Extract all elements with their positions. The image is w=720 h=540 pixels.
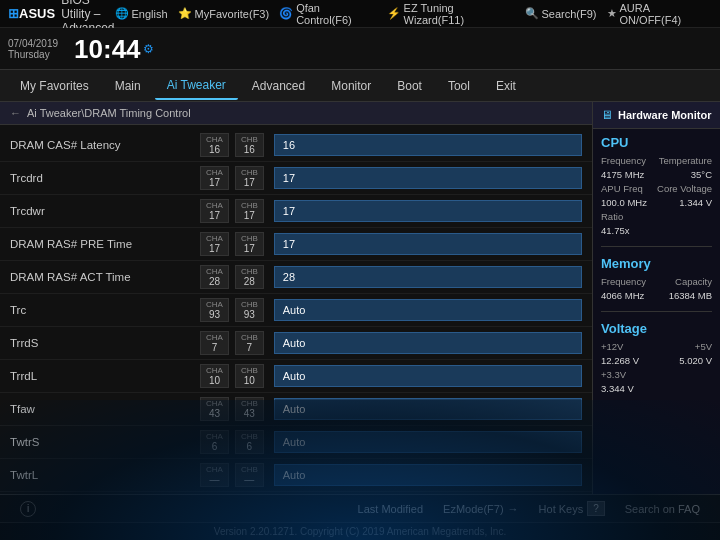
chb-label: CHB [241,333,258,342]
timing-value[interactable]: Auto [274,299,582,321]
cpu-apufreq-value-row: 100.0 MHz 1.344 V [601,197,712,208]
timing-name: Trcdwr [10,205,200,217]
chb-value: 28 [244,276,255,287]
nav-boot[interactable]: Boot [385,73,434,99]
timing-value[interactable]: Auto [274,332,582,354]
cpu-divider [601,246,712,247]
cha-label: CHA [206,300,223,309]
mem-frequency-row: Frequency Capacity [601,276,712,287]
channel-boxes: CHA17CHB17 [200,199,264,223]
nav-main[interactable]: Main [103,73,153,99]
chb-label: CHB [241,234,258,243]
cha-value: 93 [209,309,220,320]
table-row[interactable]: TrcCHA93CHB93Auto [0,294,592,327]
nav-exit[interactable]: Exit [484,73,528,99]
nav-tool[interactable]: Tool [436,73,482,99]
chb-label: CHB [241,135,258,144]
time-display: 10:44 ⚙ [74,36,154,62]
table-row[interactable]: TrcdrdCHA17CHB1717 [0,162,592,195]
cha-value: 17 [209,243,220,254]
channel-b-box: CHB28 [235,265,264,289]
chb-value: 17 [244,243,255,254]
volt-33-row: +3.3V [601,369,712,380]
cha-label: CHA [206,168,223,177]
datetime-display: 07/04/2019 Thursday [8,38,58,60]
time-gear-icon[interactable]: ⚙ [143,42,154,56]
table-row[interactable]: DRAM CAS# LatencyCHA16CHB1616 [0,129,592,162]
search-icon: 🔍 [525,7,539,20]
nav-favorites[interactable]: My Favorites [8,73,101,99]
cha-label: CHA [206,333,223,342]
english-selector[interactable]: 🌐 English [115,7,168,20]
table-row[interactable]: TrrdLCHA10CHB10Auto [0,360,592,393]
back-arrow-icon[interactable]: ← [10,107,21,119]
nav-aitweaker[interactable]: Ai Tweaker [155,72,238,100]
timing-value[interactable]: 28 [274,266,582,288]
table-row[interactable]: TrrdSCHA7CHB7Auto [0,327,592,360]
cha-label: CHA [206,201,223,210]
qfan-btn[interactable]: 🌀 Qfan Control(F6) [279,2,376,26]
volt-33-value-row: 3.344 V [601,383,712,394]
channel-boxes: CHA28CHB28 [200,265,264,289]
fan-icon: 🌀 [279,7,293,20]
memory-section-title: Memory [601,256,712,271]
asus-logo: ⊞ASUS [8,6,55,21]
timing-value[interactable]: Auto [274,365,582,387]
chb-value: 16 [244,144,255,155]
top-bar: ⊞ASUS UEFI BIOS Utility – Advanced Mode … [0,0,720,28]
top-bar-icons: 🌐 English ⭐ MyFavorite(F3) 🌀 Qfan Contro… [115,2,713,26]
eztuning-btn[interactable]: ⚡ EZ Tuning Wizard(F11) [387,2,515,26]
volt-12-value-row: 12.268 V 5.020 V [601,355,712,366]
channel-b-box: CHB10 [235,364,264,388]
memory-section: Memory Frequency Capacity 4066 MHz 16384… [593,250,720,308]
cha-value: 28 [209,276,220,287]
channel-a-box: CHA28 [200,265,229,289]
table-row[interactable]: DRAM RAS# PRE TimeCHA17CHB1717 [0,228,592,261]
cha-value: 17 [209,210,220,221]
cpu-section: CPU Frequency Temperature 4175 MHz 35°C … [593,129,720,243]
channel-boxes: CHA93CHB93 [200,298,264,322]
cha-value: 17 [209,177,220,188]
datetime-bar: 07/04/2019 Thursday 10:44 ⚙ [0,28,720,70]
timing-name: DRAM CAS# Latency [10,139,200,151]
channel-b-box: CHB17 [235,199,264,223]
cpu-frequency-value-row: 4175 MHz 35°C [601,169,712,180]
aura-icon: ★ [607,7,617,20]
table-row[interactable]: DRAM RAS# ACT TimeCHA28CHB2828 [0,261,592,294]
hw-monitor-header: 🖥 Hardware Monitor [593,102,720,129]
cpu-section-title: CPU [601,135,712,150]
star-icon: ⭐ [178,7,192,20]
channel-boxes: CHA17CHB17 [200,166,264,190]
table-row[interactable]: TrcdwrCHA17CHB1717 [0,195,592,228]
cha-label: CHA [206,234,223,243]
chb-label: CHB [241,300,258,309]
timing-name: Trc [10,304,200,316]
nav-monitor[interactable]: Monitor [319,73,383,99]
search-btn[interactable]: 🔍 Search(F9) [525,7,597,20]
nav-advanced[interactable]: Advanced [240,73,317,99]
timing-value[interactable]: 17 [274,167,582,189]
mem-value-row: 4066 MHz 16384 MB [601,290,712,301]
nav-menu: My Favorites Main Ai Tweaker Advanced Mo… [0,70,720,102]
timing-name: TrrdL [10,370,200,382]
timing-value[interactable]: 16 [274,134,582,156]
channel-a-box: CHA10 [200,364,229,388]
channel-boxes: CHA16CHB16 [200,133,264,157]
channel-a-box: CHA17 [200,199,229,223]
globe-icon: 🌐 [115,7,129,20]
lightning-icon: ⚡ [387,7,401,20]
chb-label: CHB [241,366,258,375]
channel-a-box: CHA16 [200,133,229,157]
breadcrumb: ← Ai Tweaker\DRAM Timing Control [0,102,592,125]
channel-a-box: CHA93 [200,298,229,322]
aura-btn[interactable]: ★ AURA ON/OFF(F4) [607,2,712,26]
voltage-section-title: Voltage [601,321,712,336]
channel-boxes: CHA17CHB17 [200,232,264,256]
chb-value: 7 [247,342,253,353]
timing-value[interactable]: 17 [274,233,582,255]
channel-b-box: CHB93 [235,298,264,322]
chb-value: 17 [244,210,255,221]
timing-value[interactable]: 17 [274,200,582,222]
cha-value: 10 [209,375,220,386]
myfavorites-btn[interactable]: ⭐ MyFavorite(F3) [178,7,270,20]
